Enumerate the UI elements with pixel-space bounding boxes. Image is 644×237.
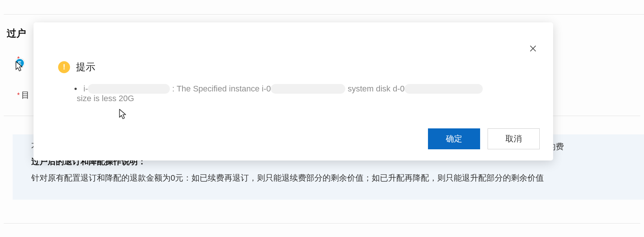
message-text: i- — [83, 84, 88, 94]
redacted-text — [271, 84, 345, 94]
message-text: : The Specified instance i-0 — [170, 84, 271, 94]
redacted-text — [88, 84, 170, 94]
message-text: system disk d-0 — [345, 84, 405, 94]
cancel-button[interactable]: 取消 — [488, 128, 540, 149]
close-icon — [529, 44, 537, 53]
close-button[interactable] — [528, 43, 538, 54]
warning-icon: ! — [58, 61, 70, 73]
bullet-icon — [74, 88, 77, 90]
dialog-message: i- : The Specified instance i-0 system d… — [74, 84, 538, 103]
confirm-button[interactable]: 确定 — [428, 128, 480, 149]
alert-dialog: ! 提示 i- : The Specified instance i-0 sys… — [34, 22, 553, 160]
dialog-title: 提示 — [76, 60, 95, 74]
redacted-text — [405, 84, 483, 94]
message-text: size is less 20G — [74, 94, 134, 103]
dialog-header: ! 提示 — [58, 60, 538, 74]
dialog-footer: 确定 取消 — [428, 128, 540, 149]
